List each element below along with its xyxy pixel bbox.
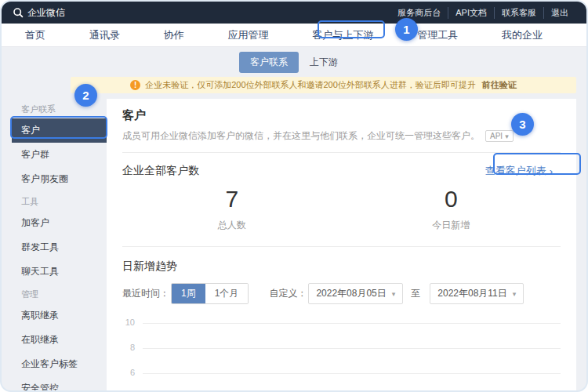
date-start-select[interactable]: 2022年08月05日 ▾ — [308, 283, 403, 304]
api-dropdown-label: API — [490, 132, 503, 140]
api-dropdown[interactable]: API ▾ — [485, 130, 514, 142]
chevron-right-icon: › — [550, 165, 553, 177]
top-bar: 企业微信 服务商后台 API文档 联系客服 退出 — [2, 2, 586, 24]
stat-total-label: 总人数 — [122, 219, 342, 232]
stat-new-today-value: 0 — [342, 186, 561, 212]
sidebar-item-chat-tools[interactable]: 聊天工具 — [12, 260, 107, 284]
range-toggle: 1周 1个月 — [171, 283, 249, 304]
tab-customer-contact[interactable]: 客户联系 — [239, 52, 299, 73]
stat-new-today-label: 今日新增 — [342, 219, 561, 232]
go-verify-link[interactable]: 前往验证 — [482, 79, 517, 91]
sidebar-item-enterprise-customer-tags[interactable]: 企业客户标签 — [12, 352, 107, 376]
verification-banner-text: 企业未验证，仅可添加200位外部联系人和邀请200位外部联系人进群，验证后即可提… — [145, 79, 476, 91]
warning-icon: ! — [130, 80, 140, 90]
sidebar-item-resigned-inheritance[interactable]: 离职继承 — [12, 303, 107, 328]
daily-trend-title: 日新增趋势 — [122, 260, 561, 274]
view-customer-list-label: 查看客户列表 — [485, 164, 546, 178]
trend-controls: 最近时间： 1周 1个月 自定义： 2022年08月05日 ▾ 至 2022年0… — [122, 283, 561, 304]
sidebar-item-customer-groups[interactable]: 客户群 — [12, 143, 107, 167]
sidebar-item-customers[interactable]: 客户 — [12, 118, 107, 143]
gridline — [143, 373, 561, 374]
customer-stats: 7 总人数 0 今日新增 — [122, 186, 561, 232]
chevron-down-icon: ▾ — [392, 290, 396, 298]
range-month-button[interactable]: 1个月 — [205, 284, 249, 303]
nav-item-collaboration[interactable]: 协作 — [164, 28, 184, 42]
sidebar-group-header-management: 管理 — [12, 284, 107, 303]
chart-grid-row: 8 — [122, 348, 561, 373]
annotation-badge-3: 3 — [511, 113, 534, 136]
custom-range-label: 自定义： — [269, 287, 307, 300]
sidebar-item-bulk-message-tools[interactable]: 群发工具 — [12, 235, 107, 260]
sidebar-item-security-control[interactable]: 安全管控 — [12, 376, 107, 392]
topbar-link-api-docs[interactable]: API文档 — [448, 7, 494, 19]
sidebar-item-add-customer[interactable]: 加客户 — [12, 211, 107, 235]
wecom-logo: 企业微信 — [13, 6, 65, 20]
topbar-link-service-console[interactable]: 服务商后台 — [390, 7, 448, 19]
sidebar-item-customer-moments[interactable]: 客户朋友圈 — [12, 167, 107, 191]
tab-upstream-downstream[interactable]: 上下游 — [299, 52, 349, 73]
nav-item-contacts[interactable]: 通讯录 — [89, 28, 120, 42]
sidebar: 客户联系 客户 客户群 客户朋友圈 工具 加客户 群发工具 聊天工具 管理 离职… — [12, 99, 107, 392]
chart-grid-row: 6 — [122, 373, 561, 392]
page-title: 客户 — [122, 108, 561, 123]
nav-item-management-tools[interactable]: 管理工具 — [417, 28, 458, 42]
page-description: 成员可用企业微信添加客户的微信，并在这里与他们联系，企业可统一管理这些客户。 — [122, 129, 480, 143]
stat-total: 7 总人数 — [122, 186, 342, 232]
page-description-row: 成员可用企业微信添加客户的微信，并在这里与他们联系，企业可统一管理这些客户。 A… — [122, 129, 561, 143]
range-week-button[interactable]: 1周 — [172, 284, 205, 303]
date-end-select[interactable]: 2022年08月11日 ▾ — [430, 283, 524, 304]
verification-banner: ! 企业未验证，仅可添加200位外部联系人和邀请200位外部联系人进群，验证后即… — [71, 77, 576, 93]
app-window: 企业微信 服务商后台 API文档 联系客服 退出 首页 通讯录 协作 应用管理 … — [0, 0, 588, 392]
y-axis-tick: 8 — [122, 343, 135, 352]
content-body: 客户联系 客户 客户群 客户朋友圈 工具 加客户 群发工具 聊天工具 管理 离职… — [12, 99, 576, 392]
date-end-value: 2022年08月11日 — [437, 287, 507, 300]
nav-item-home[interactable]: 首页 — [25, 28, 45, 42]
view-customer-list-link[interactable]: 查看客户列表 › — [477, 161, 561, 181]
recent-time-label: 最近时间： — [122, 287, 169, 300]
divider — [122, 246, 561, 247]
nav-item-app-management[interactable]: 应用管理 — [227, 28, 268, 42]
gridline — [143, 323, 561, 324]
total-customers-section-header: 企业全部客户数 查看客户列表 › — [122, 161, 561, 181]
chevron-down-icon: ▾ — [505, 132, 509, 140]
y-axis-tick: 6 — [122, 368, 135, 377]
annotation-badge-2: 2 — [74, 84, 97, 107]
date-to-label: 至 — [411, 287, 420, 300]
sidebar-group-header-tools: 工具 — [12, 191, 107, 211]
topbar-link-contact-support[interactable]: 联系客服 — [494, 7, 543, 19]
chart-grid-row: 10 — [122, 323, 561, 348]
divider — [122, 152, 561, 153]
wecom-logo-icon — [13, 7, 24, 18]
y-axis-tick: 10 — [122, 318, 135, 327]
wecom-logo-text: 企业微信 — [27, 6, 65, 20]
stat-total-value: 7 — [122, 186, 342, 212]
sidebar-item-active-inheritance[interactable]: 在职继承 — [12, 328, 107, 352]
date-start-value: 2022年08月05日 — [316, 287, 386, 300]
nav-item-my-enterprise[interactable]: 我的企业 — [502, 28, 543, 42]
trend-chart: 10 8 6 4 — [122, 323, 561, 392]
annotation-badge-1: 1 — [395, 18, 418, 41]
nav-item-customers-upstream-downstream[interactable]: 客户与上下游 — [312, 28, 373, 42]
main-panel: 客户 成员可用企业微信添加客户的微信，并在这里与他们联系，企业可统一管理这些客户… — [107, 99, 576, 392]
topbar-link-logout[interactable]: 退出 — [543, 7, 575, 19]
chevron-down-icon: ▾ — [513, 290, 517, 298]
sub-tabs: 客户联系 上下游 — [2, 53, 586, 71]
total-customers-title: 企业全部客户数 — [122, 164, 199, 178]
main-nav: 首页 通讯录 协作 应用管理 客户与上下游 管理工具 我的企业 — [2, 24, 586, 47]
topbar-links: 服务商后台 API文档 联系客服 退出 — [390, 7, 575, 19]
gridline — [143, 348, 561, 349]
stat-new-today: 0 今日新增 — [342, 186, 561, 232]
